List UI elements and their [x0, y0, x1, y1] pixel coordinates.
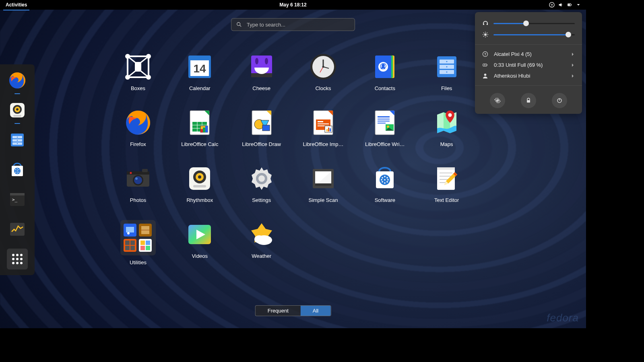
svg-point-133 — [382, 181, 384, 183]
app-firefox[interactable]: Firefox — [108, 108, 168, 147]
app-folder-utilities[interactable]: Utilities — [108, 220, 168, 265]
lock-button[interactable] — [521, 93, 536, 108]
search-bar[interactable] — [231, 18, 355, 31]
svg-rect-152 — [125, 241, 130, 245]
app-libreoffice-calc[interactable]: LibreOffice Calc — [169, 108, 230, 147]
svg-rect-146 — [126, 227, 134, 232]
svg-rect-158 — [146, 241, 150, 245]
app-rhythmbox[interactable]: Rhythmbox — [169, 164, 230, 203]
dash-terminal[interactable]: >_ — [7, 189, 28, 210]
volume-slider[interactable] — [493, 19, 575, 27]
svg-text:>_: >_ — [12, 197, 18, 202]
menu-network[interactable]: ? Alcatel Pixi 4 (5) — [475, 49, 582, 60]
svg-point-23 — [17, 171, 18, 171]
system-menu: ? Alcatel Pixi 4 (5) 0:33 Until Full (69… — [475, 12, 582, 114]
power-icon — [556, 97, 563, 104]
svg-text:?: ? — [484, 52, 486, 56]
app-simple-scan[interactable]: Simple Scan — [293, 164, 353, 203]
app-label: Software — [375, 197, 395, 203]
svg-rect-121 — [193, 185, 206, 187]
svg-point-136 — [384, 182, 386, 184]
app-label: Calendar — [189, 85, 211, 91]
app-text-editor[interactable]: Text Editor — [417, 164, 477, 203]
app-label: Settings — [252, 197, 271, 203]
activities-button[interactable]: Activities — [0, 0, 33, 10]
view-toggle: Frequent All — [255, 305, 331, 316]
app-libreoffice-writer[interactable]: LibreOffice Wri… — [355, 108, 415, 147]
menu-label: 0:33 Until Full (69 %) — [494, 62, 565, 68]
menu-label: Athenkosi Hlubi — [494, 73, 565, 79]
svg-point-77 — [446, 66, 447, 68]
brightness-slider-row — [475, 29, 582, 40]
svg-rect-95 — [318, 121, 323, 122]
menu-user[interactable]: Athenkosi Hlubi — [475, 70, 582, 81]
app-label: Clocks — [315, 85, 331, 91]
app-label: Utilities — [130, 259, 147, 265]
svg-rect-106 — [378, 123, 386, 123]
power-button[interactable] — [552, 93, 567, 108]
svg-point-123 — [258, 175, 265, 182]
svg-rect-127 — [315, 183, 331, 186]
app-contacts[interactable]: @Contacts — [355, 52, 415, 91]
folder-mini-icon — [124, 224, 136, 237]
app-files[interactable]: Files — [417, 52, 477, 91]
dash-firefox[interactable] — [7, 70, 28, 91]
svg-point-116 — [135, 177, 138, 180]
search-input[interactable] — [246, 21, 350, 28]
dash-show-apps[interactable] — [7, 249, 28, 269]
brightness-slider[interactable] — [493, 31, 575, 39]
app-cheese[interactable]: Cheese — [231, 52, 292, 91]
user-icon — [482, 73, 488, 79]
svg-point-120 — [198, 175, 201, 179]
app-boxes[interactable]: Boxes — [108, 52, 168, 91]
svg-rect-140 — [437, 167, 455, 170]
svg-point-58 — [255, 58, 258, 64]
svg-point-19 — [17, 143, 18, 144]
app-calendar[interactable]: 14Calendar — [169, 52, 230, 91]
svg-rect-154 — [125, 246, 130, 250]
svg-line-51 — [140, 71, 149, 77]
svg-rect-113 — [142, 169, 148, 172]
app-libreoffice-draw[interactable]: LibreOffice Draw — [231, 108, 292, 147]
dash-software[interactable] — [7, 159, 28, 180]
dash-files[interactable] — [7, 130, 28, 150]
app-photos[interactable]: Photos — [108, 164, 168, 203]
svg-point-28 — [17, 169, 18, 169]
svg-rect-179 — [527, 100, 530, 103]
svg-point-37 — [12, 258, 14, 260]
svg-line-6 — [240, 25, 242, 27]
svg-point-29 — [17, 173, 18, 173]
dash-rhythmbox[interactable] — [7, 100, 28, 121]
toggle-frequent[interactable]: Frequent — [256, 306, 301, 316]
app-label: Text Editor — [434, 197, 459, 203]
dash-system-monitor[interactable] — [7, 219, 28, 240]
app-software[interactable]: Software — [355, 164, 415, 203]
menu-battery[interactable]: 0:33 Until Full (69 %) — [475, 60, 582, 70]
app-videos[interactable]: Videos — [169, 220, 230, 265]
svg-point-65 — [322, 66, 324, 68]
app-clocks[interactable]: Clocks — [293, 52, 353, 91]
svg-rect-96 — [318, 123, 329, 124]
app-maps[interactable]: Maps — [417, 108, 477, 147]
svg-rect-31 — [10, 193, 25, 195]
volume-slider-row — [475, 18, 582, 29]
svg-point-178 — [497, 100, 498, 101]
svg-point-11 — [16, 108, 19, 111]
clock[interactable]: May 6 18:12 — [279, 2, 306, 8]
app-settings[interactable]: Settings — [231, 164, 292, 203]
svg-line-172 — [487, 33, 488, 33]
svg-point-163 — [254, 235, 264, 243]
svg-line-170 — [487, 36, 488, 37]
svg-point-130 — [384, 179, 386, 181]
app-label: LibreOffice Calc — [181, 141, 218, 147]
toggle-all[interactable]: All — [301, 306, 330, 316]
app-weather[interactable]: Weather — [231, 220, 292, 265]
svg-rect-4 — [568, 4, 570, 6]
app-label: LibreOffice Wri… — [365, 141, 405, 147]
svg-point-40 — [12, 262, 14, 264]
system-tray[interactable]: ? — [546, 2, 584, 8]
settings-button[interactable] — [490, 93, 505, 108]
svg-text:14: 14 — [194, 62, 206, 75]
svg-rect-100 — [328, 128, 329, 132]
app-libreoffice-impress[interactable]: LibreOffice Imp… — [293, 108, 353, 147]
